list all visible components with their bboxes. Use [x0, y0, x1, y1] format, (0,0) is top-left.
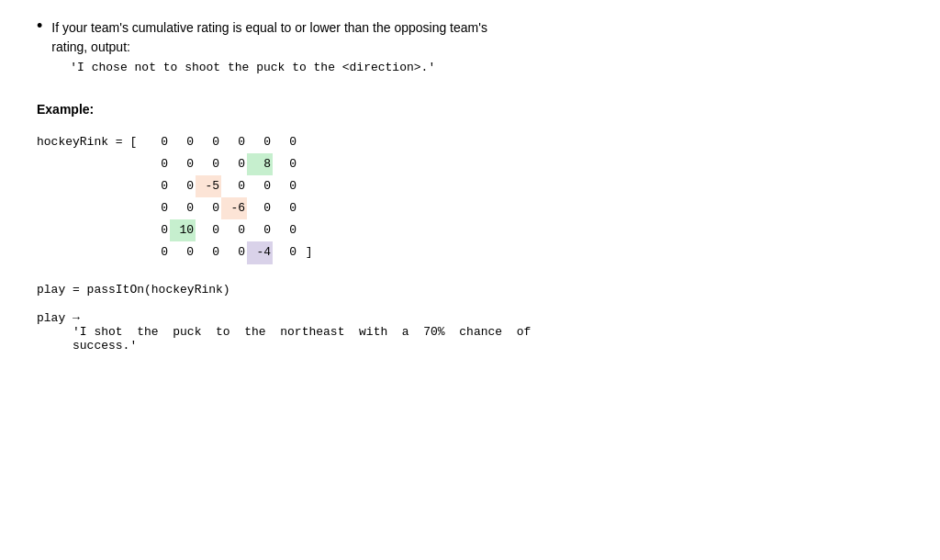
bullet-content: If your team's cumulative rating is equa…	[51, 18, 487, 74]
cell-4-1: 0	[170, 197, 196, 219]
bullet-text-line2: rating, output:	[51, 38, 487, 57]
cell-5-3: 0	[221, 219, 247, 241]
cell-1-3: 0	[221, 131, 247, 153]
matrix-close-bracket: ]	[298, 242, 313, 263]
play-result-section: play → 'I shot the puck to the northeast…	[37, 311, 903, 353]
matrix-row-1: hockeyRink = [ 0 0 0 0 0 0	[37, 131, 903, 153]
cell-1-1: 0	[170, 131, 196, 153]
matrix-row4-indent	[37, 198, 144, 218]
cell-2-4: 8	[247, 153, 273, 175]
cell-5-0: 0	[144, 219, 170, 241]
cell-3-2: -5	[196, 175, 221, 197]
matrix-row-2: 0 0 0 0 8 0	[37, 153, 903, 175]
cell-2-0: 0	[144, 153, 170, 175]
cell-3-3: 0	[221, 175, 247, 197]
matrix-row-4: 0 0 0 -6 0 0	[37, 197, 903, 219]
cell-6-5: 0	[273, 241, 298, 263]
bullet-dot: •	[37, 17, 42, 36]
cell-1-5: 0	[273, 131, 298, 153]
cell-1-2: 0	[196, 131, 221, 153]
cell-2-1: 0	[170, 153, 196, 175]
example-section: Example: hockeyRink = [ 0 0 0 0 0 0 0 0 …	[37, 102, 903, 353]
cell-6-2: 0	[196, 241, 221, 263]
matrix-row-3: 0 0 -5 0 0 0	[37, 175, 903, 197]
cell-1-4: 0	[247, 131, 273, 153]
cell-6-1: 0	[170, 241, 196, 263]
cell-3-5: 0	[273, 175, 298, 197]
cell-4-4: 0	[247, 197, 273, 219]
cell-5-2: 0	[196, 219, 221, 241]
matrix-row5-indent	[37, 220, 144, 241]
bullet-code: 'I chose not to shoot the puck to the <d…	[70, 61, 487, 74]
cell-6-4: -4	[247, 241, 273, 263]
play-result-line2: success.'	[37, 339, 903, 353]
bullet-text-line1: If your team's cumulative rating is equa…	[51, 18, 487, 38]
cell-5-5: 0	[273, 219, 298, 241]
bullet-section: • If your team's cumulative rating is eq…	[37, 18, 903, 74]
play-arrow-line: play →	[37, 311, 903, 325]
call-line-section: play = passItOn(hockeyRink)	[37, 283, 903, 297]
cell-6-0: 0	[144, 241, 170, 263]
cell-4-3: -6	[221, 197, 247, 219]
cell-3-1: 0	[170, 175, 196, 197]
play-result-line1: 'I shot the puck to the northeast with a…	[37, 325, 903, 339]
matrix-row6-indent	[37, 242, 144, 263]
cell-6-3: 0	[221, 241, 247, 263]
cell-4-0: 0	[144, 197, 170, 219]
matrix-row3-indent	[37, 176, 144, 196]
matrix-row2-indent	[37, 154, 144, 174]
matrix-section: hockeyRink = [ 0 0 0 0 0 0 0 0 0 0 8 0 0	[37, 131, 903, 264]
cell-2-3: 0	[221, 153, 247, 175]
cell-5-1: 10	[170, 219, 196, 241]
matrix-prefix: hockeyRink = [	[37, 132, 144, 152]
matrix-row-5: 0 10 0 0 0 0	[37, 219, 903, 241]
cell-5-4: 0	[247, 219, 273, 241]
cell-3-4: 0	[247, 175, 273, 197]
cell-1-0: 0	[144, 131, 170, 153]
matrix-row-6: 0 0 0 0 -4 0 ]	[37, 241, 903, 263]
example-label: Example:	[37, 102, 903, 117]
cell-2-5: 0	[273, 153, 298, 175]
cell-4-5: 0	[273, 197, 298, 219]
cell-3-0: 0	[144, 175, 170, 197]
cell-2-2: 0	[196, 153, 221, 175]
cell-4-2: 0	[196, 197, 221, 219]
call-line: play = passItOn(hockeyRink)	[37, 283, 903, 297]
